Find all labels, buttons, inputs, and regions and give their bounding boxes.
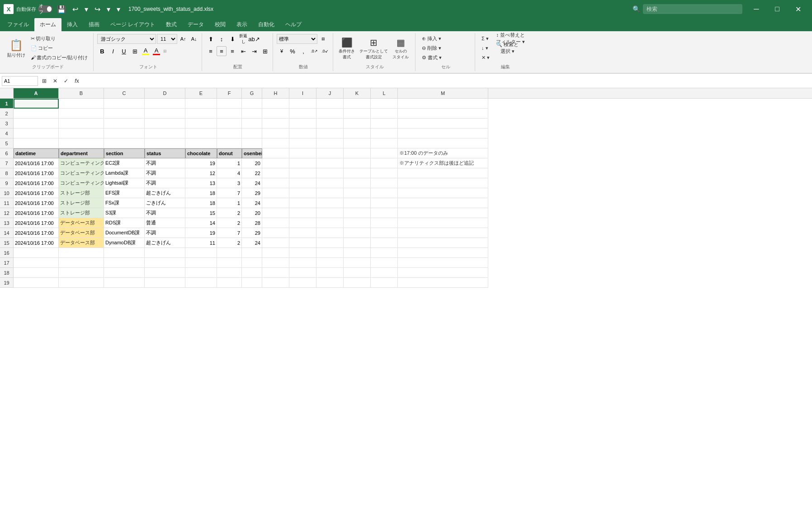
cell-h7[interactable] (262, 158, 289, 168)
autosave-toggle[interactable]: オフ (38, 5, 52, 13)
cell-e1[interactable] (185, 99, 217, 109)
cell-i16[interactable] (289, 248, 316, 258)
align-middle-button[interactable]: ↕ (217, 34, 227, 44)
cell-b18[interactable] (59, 268, 104, 278)
table-format-button[interactable]: ⊞ テーブルとして書式設定 (358, 34, 390, 63)
col-header-d[interactable]: D (145, 88, 185, 98)
align-bottom-button[interactable]: ⬇ (227, 34, 237, 44)
cell-c6-section-header[interactable]: section (104, 148, 145, 158)
cell-m16[interactable] (398, 248, 488, 258)
find-select-button[interactable]: 🔍 検索と選択 ▾ (493, 43, 528, 52)
cell-i5[interactable] (289, 138, 316, 148)
tab-review[interactable]: 校閲 (209, 18, 231, 31)
cell-g16[interactable] (242, 248, 262, 258)
increase-font-button[interactable]: A↑ (178, 34, 188, 44)
cell-j19[interactable] (316, 278, 344, 288)
cell-g10[interactable]: 29 (242, 188, 262, 198)
cell-c8[interactable]: Lambda課 (104, 168, 145, 178)
cell-c18[interactable] (104, 268, 145, 278)
cell-f10[interactable]: 7 (217, 188, 242, 198)
italic-button[interactable]: I (108, 46, 118, 56)
cell-a2[interactable] (14, 109, 59, 119)
cell-l11[interactable] (371, 198, 398, 208)
tab-view[interactable]: 表示 (231, 18, 253, 31)
increase-decimal-button[interactable]: .0↗ (309, 46, 319, 56)
cell-e12[interactable]: 15 (185, 208, 217, 218)
col-header-i[interactable]: I (289, 88, 316, 98)
cell-i4[interactable] (289, 128, 316, 138)
cell-a12[interactable]: 2024/10/16 17:00 (14, 208, 59, 218)
cell-k8[interactable] (344, 168, 371, 178)
tab-page-layout[interactable]: ページ レイアウト (105, 18, 161, 31)
cell-h8[interactable] (262, 168, 289, 178)
confirm-formula-button[interactable]: ✓ (61, 76, 71, 86)
cell-h6[interactable] (262, 148, 289, 158)
cell-g19[interactable] (242, 278, 262, 288)
tab-home[interactable]: ホーム (34, 18, 61, 31)
cell-l8[interactable] (371, 168, 398, 178)
percent-button[interactable]: % (288, 46, 297, 56)
cell-a19[interactable] (14, 278, 59, 288)
cell-g2[interactable] (242, 109, 262, 119)
cell-i10[interactable] (289, 188, 316, 198)
cell-e17[interactable] (185, 258, 217, 268)
cell-e2[interactable] (185, 109, 217, 119)
cell-b16[interactable] (59, 248, 104, 258)
cell-a8[interactable]: 2024/10/16 17:00 (14, 168, 59, 178)
cell-m4[interactable] (398, 128, 488, 138)
cell-d8[interactable]: 不調 (145, 168, 185, 178)
cell-b7[interactable]: コンピューティング部 (59, 158, 104, 168)
cell-d4[interactable] (145, 128, 185, 138)
row-header-17[interactable]: 17 (0, 258, 14, 268)
cell-l3[interactable] (371, 119, 398, 128)
cell-m12[interactable] (398, 208, 488, 218)
cell-d16[interactable] (145, 248, 185, 258)
font-color-button[interactable]: A (151, 46, 161, 56)
cell-styles-button[interactable]: ▦ セルのスタイル (391, 34, 411, 63)
font-expand[interactable]: ⊞ (163, 49, 167, 53)
cell-f6-donut-header[interactable]: donut (217, 148, 242, 158)
sum-button[interactable]: Σ ▾ (479, 34, 492, 43)
cell-k13[interactable] (344, 218, 371, 228)
decrease-indent-button[interactable]: ⇤ (238, 46, 248, 56)
cell-m15[interactable] (398, 238, 488, 248)
cell-k14[interactable] (344, 228, 371, 238)
cell-j17[interactable] (316, 258, 344, 268)
col-header-m[interactable]: M (398, 88, 488, 98)
cell-h9[interactable] (262, 178, 289, 188)
cell-l12[interactable] (371, 208, 398, 218)
cell-j8[interactable] (316, 168, 344, 178)
cell-l4[interactable] (371, 128, 398, 138)
cell-a16[interactable] (14, 248, 59, 258)
conditional-format-button[interactable]: ⬛ 条件付き書式 (337, 34, 357, 63)
cell-e13[interactable]: 14 (185, 218, 217, 228)
cell-k16[interactable] (344, 248, 371, 258)
cell-m10[interactable] (398, 188, 488, 198)
cell-g18[interactable] (242, 268, 262, 278)
cell-k1[interactable] (344, 99, 371, 109)
cell-j1[interactable] (316, 99, 344, 109)
merge-button[interactable]: ⊞ (260, 46, 270, 56)
cell-c7[interactable]: EC2課 (104, 158, 145, 168)
cell-l14[interactable] (371, 228, 398, 238)
cell-l10[interactable] (371, 188, 398, 198)
cell-m2[interactable] (398, 109, 488, 119)
cell-j5[interactable] (316, 138, 344, 148)
cell-g9[interactable]: 24 (242, 178, 262, 188)
cell-i18[interactable] (289, 268, 316, 278)
cell-i9[interactable] (289, 178, 316, 188)
cell-i8[interactable] (289, 168, 316, 178)
close-button[interactable]: ✕ (788, 0, 808, 18)
cell-k11[interactable] (344, 198, 371, 208)
row-header-7[interactable]: 7 (0, 158, 14, 168)
bold-button[interactable]: B (97, 46, 107, 56)
cell-f9[interactable]: 3 (217, 178, 242, 188)
row-header-10[interactable]: 10 (0, 188, 14, 198)
cell-l9[interactable] (371, 178, 398, 188)
cell-f5[interactable] (217, 138, 242, 148)
cell-b10[interactable]: ストレージ部 (59, 188, 104, 198)
row-header-1[interactable]: 1 (0, 99, 14, 109)
cell-l7[interactable] (371, 158, 398, 168)
cell-c1[interactable] (104, 99, 145, 109)
redo-button[interactable]: ↪ (93, 4, 102, 14)
